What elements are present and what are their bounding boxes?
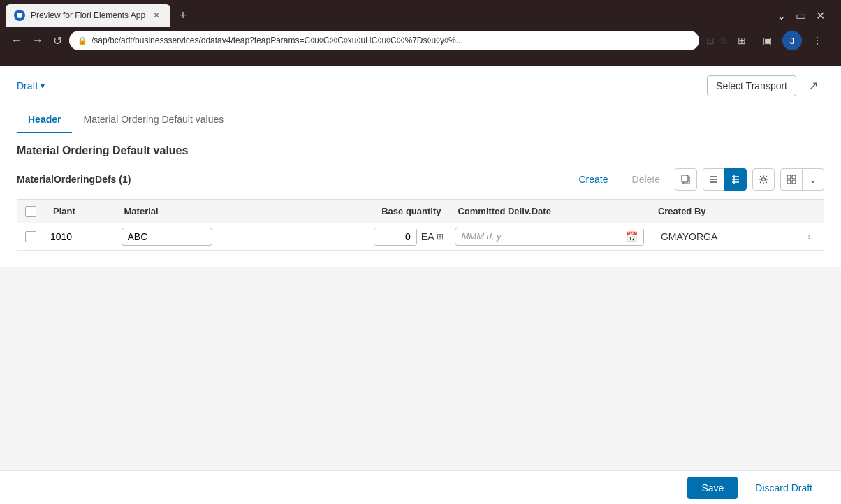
share-icon[interactable]: ↗ <box>802 75 824 97</box>
window-controls: ⌄ ▭ ✕ <box>774 8 835 22</box>
unit-label: EA <box>421 231 434 242</box>
lock-icon: 🔒 <box>78 36 87 45</box>
app-content: Draft ▾ Select Transport ↗ Header Materi… <box>0 66 841 504</box>
draft-label: Draft <box>17 80 38 91</box>
app-topbar: Draft ▾ Select Transport ↗ <box>0 66 841 105</box>
browser-toolbar-right: ⊞ ▣ J ⋮ <box>732 31 833 50</box>
table-toolbar: MaterialOrderingDefs (1) Create Delete <box>17 168 824 191</box>
table-title: MaterialOrderingDefs (1) <box>17 174 131 185</box>
address-icons: ⊡ ☆ <box>706 35 728 46</box>
forward-button[interactable]: → <box>29 33 46 48</box>
material-input[interactable] <box>122 228 212 246</box>
section-title: Material Ordering Default values <box>17 144 824 157</box>
menu-icon[interactable]: ⋮ <box>807 31 827 50</box>
plant-value: 1010 <box>50 231 72 242</box>
maximize-icon[interactable]: ▭ <box>794 8 807 22</box>
nav-column-header <box>794 200 824 223</box>
export-icon-button[interactable] <box>780 168 803 191</box>
svg-rect-11 <box>792 175 796 179</box>
committed-date-column-header: Committed Deliv.Date <box>449 200 649 223</box>
extra-actions-group: ⌄ <box>780 168 824 191</box>
created-by-value: GMAYORGA <box>655 228 723 245</box>
bookmark-icon[interactable]: ☆ <box>719 35 728 46</box>
material-column-header: Material <box>116 200 302 223</box>
date-input-wrapper: MMM d, y 📅 <box>455 228 643 246</box>
back-button[interactable]: ← <box>8 33 25 48</box>
favicon-icon <box>14 10 25 21</box>
svg-rect-1 <box>682 175 688 182</box>
more-actions-button[interactable]: ⌄ <box>802 168 824 191</box>
select-all-checkbox[interactable] <box>25 206 36 217</box>
svg-rect-12 <box>787 180 791 184</box>
date-placeholder: MMM d, y <box>455 228 620 244</box>
svg-rect-13 <box>792 180 796 184</box>
unit-cell: EA ⊞ <box>421 231 444 242</box>
draft-badge[interactable]: Draft ▾ <box>17 80 45 91</box>
app-footer: Save Discard Draft <box>0 470 841 504</box>
created-by-cell: GMAYORGA <box>650 223 794 250</box>
app-tabs: Header Material Ordering Default values <box>0 105 841 133</box>
browser-chrome: Preview for Fiori Elements App ✕ + ⌄ ▭ ✕… <box>0 0 841 66</box>
tab-bar: Preview for Fiori Elements App ✕ + ⌄ ▭ ✕ <box>0 0 841 27</box>
browser-tab[interactable]: Preview for Fiori Elements App ✕ <box>6 4 170 27</box>
base-quantity-cell: EA ⊞ <box>301 223 449 250</box>
select-transport-button[interactable]: Select Transport <box>707 75 796 96</box>
delete-button[interactable]: Delete <box>623 169 669 190</box>
row-checkbox[interactable] <box>25 231 36 242</box>
app-main: Material Ordering Default values Materia… <box>0 133 841 504</box>
base-quantity-column-header: Base quantity <box>301 200 449 223</box>
data-table: Plant Material Base quantity Committed D… <box>17 199 824 251</box>
table-actions: Create Delete <box>570 168 825 191</box>
extensions-icon[interactable]: ⊞ <box>732 31 752 50</box>
minimize-icon[interactable]: ⌄ <box>774 8 788 22</box>
new-tab-button[interactable]: + <box>173 6 193 25</box>
table-row: 1010 EA ⊞ <box>17 223 824 250</box>
unit-copy-icon[interactable]: ⊞ <box>437 232 444 242</box>
calendar-icon[interactable]: 📅 <box>620 228 643 245</box>
sidebar-icon[interactable]: ▣ <box>757 31 777 50</box>
draft-chevron-icon: ▾ <box>41 81 45 91</box>
plant-column-header: Plant <box>45 200 116 223</box>
svg-point-9 <box>762 178 766 181</box>
save-button[interactable]: Save <box>687 477 738 499</box>
date-cell: MMM d, y 📅 <box>449 223 649 250</box>
material-cell <box>116 223 302 250</box>
view-toggle-group <box>703 168 747 191</box>
user-avatar[interactable]: J <box>782 31 802 50</box>
tab-close-icon[interactable]: ✕ <box>151 10 162 21</box>
create-button[interactable]: Create <box>570 169 617 190</box>
table-header-row: Plant Material Base quantity Committed D… <box>17 200 824 223</box>
grid-view-button[interactable] <box>724 168 747 191</box>
topbar-right: Select Transport ↗ <box>707 75 824 97</box>
tab-label: Preview for Fiori Elements App <box>31 10 145 20</box>
address-bar: ← → ↺ 🔒 /sap/bc/adt/businessservices/oda… <box>0 27 841 54</box>
address-row: ← → ↺ 🔒 /sap/bc/adt/businessservices/oda… <box>0 27 841 54</box>
reload-button[interactable]: ↺ <box>50 33 65 49</box>
row-nav-cell: › <box>794 223 824 250</box>
address-text: /sap/bc/adt/businessservices/odatav4/fea… <box>92 36 463 45</box>
row-nav-button[interactable]: › <box>799 230 819 243</box>
select-all-header <box>17 200 45 223</box>
list-view-button[interactable] <box>703 168 725 191</box>
section-container: Material Ordering Default values Materia… <box>0 133 841 267</box>
tab-material-ordering[interactable]: Material Ordering Default values <box>72 105 235 133</box>
quantity-input[interactable] <box>374 228 416 245</box>
close-window-icon[interactable]: ✕ <box>813 8 827 22</box>
cast-icon[interactable]: ⊡ <box>706 35 715 46</box>
tab-header[interactable]: Header <box>17 105 72 133</box>
settings-icon-button[interactable] <box>752 168 775 191</box>
svg-rect-10 <box>787 175 791 179</box>
created-by-column-header: Created By <box>650 200 794 223</box>
quantity-input-wrapper <box>374 228 417 246</box>
address-input[interactable]: 🔒 /sap/bc/adt/businessservices/odatav4/f… <box>69 31 699 50</box>
discard-draft-button[interactable]: Discard Draft <box>743 476 824 500</box>
copy-icon-button[interactable] <box>675 168 697 191</box>
plant-cell: 1010 <box>45 223 116 250</box>
row-checkbox-cell <box>17 223 45 250</box>
